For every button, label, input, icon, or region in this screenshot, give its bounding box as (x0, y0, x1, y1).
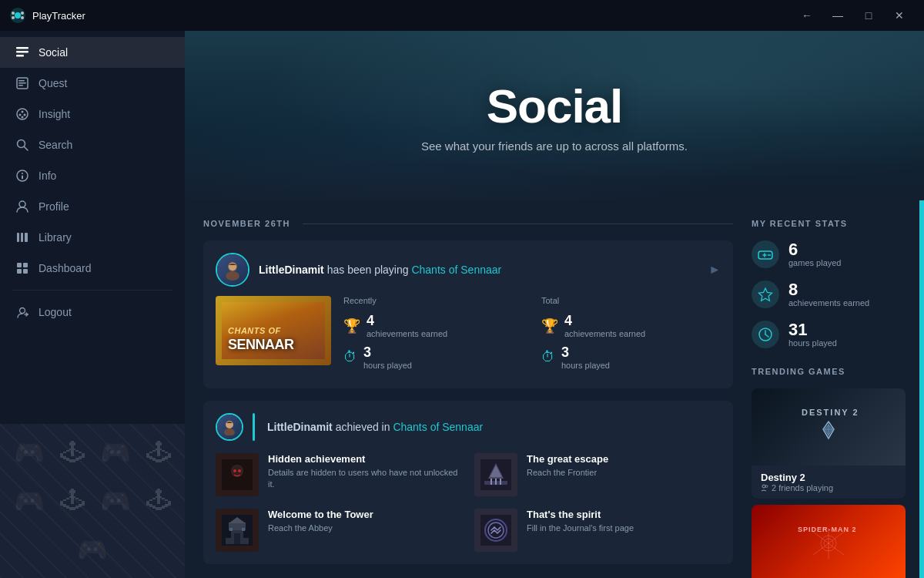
activity-game-link[interactable]: Chants of Sennaar (411, 264, 501, 276)
svg-point-36 (226, 271, 239, 281)
trending-section: TRENDING GAMES DESTINY 2 (752, 367, 906, 578)
sidebar-item-quest[interactable]: Quest (0, 68, 185, 99)
achievement-desc-spirit: Fill in the Journal's first page (527, 523, 634, 534)
achievement-left-border (253, 413, 255, 441)
feed-main: NOVEMBER 26TH (203, 219, 752, 578)
sidebar-label-profile: Profile (38, 200, 69, 213)
sidebar-item-social[interactable]: Social (0, 37, 185, 68)
svg-text:SPIDER-MAN 2: SPIDER-MAN 2 (798, 526, 857, 533)
activity-header-left: LittleDinamit has been playing Chants of… (216, 253, 501, 287)
svg-rect-30 (23, 269, 28, 274)
activity-expand-arrow[interactable]: ► (708, 263, 721, 277)
trending-title: TRENDING GAMES (752, 367, 906, 376)
library-icon (15, 230, 29, 244)
back-button[interactable]: ← (792, 0, 822, 31)
achievement-item-1: The great escape Reach the Frontier (474, 453, 721, 496)
achiever-username: LittleDinamit (267, 421, 333, 433)
svg-point-39 (224, 428, 235, 435)
sidebar-item-insight[interactable]: Insight (0, 99, 185, 129)
achievement-item-2: Welcome to the Tower Reach the Abbey (216, 509, 462, 552)
svg-point-2 (12, 12, 15, 15)
game-cover-chants[interactable]: chants of SENNAAR (216, 296, 331, 365)
dashboard-icon (15, 261, 29, 275)
recently-achievements-label: achievements earned (367, 329, 447, 338)
achievement-icon-spirit (474, 509, 517, 552)
stats-col-total: Total 🏆 4 achievements earned ⏱ (541, 296, 721, 376)
art-icon-9: 🎮 (77, 535, 108, 564)
recently-label: Recently (343, 296, 523, 305)
svg-rect-22 (22, 176, 23, 180)
svg-rect-6 (16, 47, 28, 49)
svg-rect-26 (25, 233, 28, 242)
activity-header: LittleDinamit has been playing Chants of… (216, 253, 721, 287)
svg-point-75 (762, 485, 765, 488)
hero-subtitle: See what your friends are up to across a… (421, 139, 688, 153)
svg-point-5 (21, 16, 24, 19)
stat-item-hours: 31 hours played (752, 321, 906, 348)
stat-hours-num: 31 (788, 321, 837, 338)
sidebar-nav: Social Quest (0, 31, 185, 424)
art-icon-4: 🕹 (146, 439, 171, 467)
minimize-button[interactable]: — (822, 0, 853, 31)
sidebar-label-logout: Logout (38, 306, 72, 318)
stat-achievements-label: achievements earned (788, 298, 869, 307)
svg-point-21 (22, 173, 23, 174)
total-hours-num: 3 (561, 344, 610, 361)
titlebar-left: PlayTracker (9, 7, 85, 24)
achievement-info-tower: Welcome to the Tower Reach the Abbey (268, 509, 373, 534)
art-icon-6: 🕹 (60, 486, 85, 515)
trophy-icon-recently: 🏆 (343, 318, 360, 334)
logout-icon (15, 305, 29, 319)
sidebar-item-logout[interactable]: Logout (0, 297, 185, 328)
avatar-image (217, 254, 248, 285)
hours-played-icon (752, 321, 779, 348)
sidebar-item-info[interactable]: Info (0, 160, 185, 191)
main-layout: Social Quest (0, 31, 924, 578)
hero-section: Social See what your friends are up to a… (185, 31, 924, 200)
user-avatar[interactable] (216, 253, 249, 287)
sidebar-label-insight: Insight (38, 108, 70, 120)
svg-rect-58 (242, 528, 245, 531)
recently-hours-row: ⏱ 3 hours played (343, 344, 523, 370)
svg-rect-28 (23, 263, 28, 267)
svg-rect-27 (17, 263, 22, 267)
achiever-avatar[interactable] (216, 413, 243, 441)
svg-point-31 (20, 308, 25, 314)
achievement-name-spirit: That's the spirit (527, 509, 634, 520)
stat-games-label: games played (788, 258, 842, 267)
svg-point-43 (238, 469, 241, 472)
info-icon (15, 169, 29, 183)
achiever-game-link[interactable]: Chants of Sennaar (393, 421, 483, 433)
activity-stats: Recently 🏆 4 achievements earned ⏱ (343, 296, 721, 376)
maximize-button[interactable]: □ (853, 0, 884, 31)
svg-point-66 (769, 254, 771, 256)
svg-rect-8 (16, 55, 24, 57)
destiny-cover: DESTINY 2 (752, 388, 906, 465)
sidebar-item-profile[interactable]: Profile (0, 191, 185, 222)
svg-point-3 (21, 12, 24, 15)
achievements-card: LittleDinamit achieved in Chants of Senn… (203, 401, 733, 564)
achievement-name-escape: The great escape (527, 453, 608, 465)
sidebar-item-dashboard[interactable]: Dashboard (0, 253, 185, 284)
svg-rect-10 (18, 80, 25, 82)
achievement-name-tower: Welcome to the Tower (268, 509, 373, 520)
achiever-avatar-image (217, 415, 242, 439)
svg-point-4 (12, 16, 15, 19)
destiny-name: Destiny 2 (761, 472, 833, 483)
stat-achievements-info: 8 achievements earned (788, 281, 869, 307)
close-button[interactable]: ✕ (884, 0, 915, 31)
achievements-grid: Hidden achievement Details are hidden to… (216, 453, 721, 552)
sidebar-item-search[interactable]: Search (0, 129, 185, 160)
achievements-earned-icon (752, 281, 779, 308)
achievement-icon-hidden (216, 453, 259, 496)
svg-text:DESTINY 2: DESTINY 2 (802, 408, 859, 417)
sidebar-item-library[interactable]: Library (0, 222, 185, 253)
total-hours-row: ⏱ 3 hours played (541, 344, 721, 370)
spiderman-cover: SPIDER-MAN 2 (752, 505, 906, 578)
svg-line-69 (765, 334, 768, 337)
trending-card-destiny[interactable]: DESTINY 2 Destiny 2 (752, 388, 906, 499)
trending-card-spiderman[interactable]: SPIDER-MAN 2 (752, 505, 906, 578)
stats-col-recently: Recently 🏆 4 achievements earned ⏱ (343, 296, 523, 376)
app-title: PlayTracker (32, 10, 85, 22)
svg-rect-25 (21, 233, 23, 242)
